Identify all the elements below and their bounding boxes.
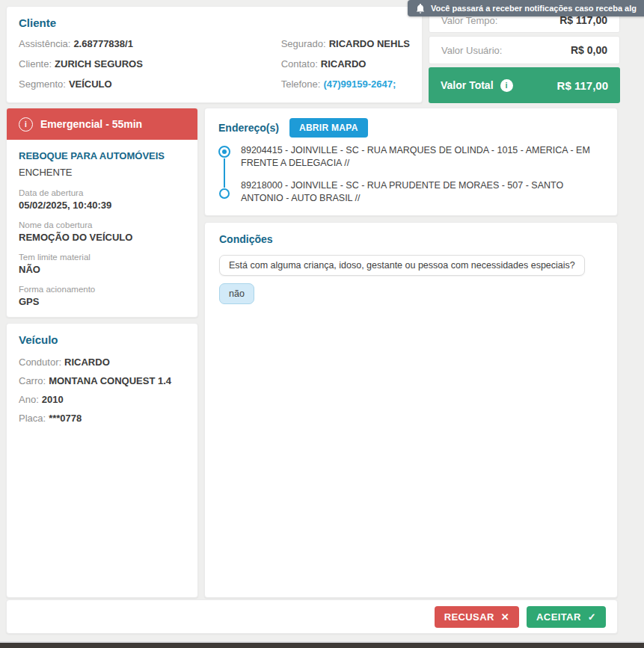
emergencial-banner: i Emergencial - 55min [7, 108, 197, 140]
address-item: 89218000 - JOINVILLE - SC - RUA PRUDENTE… [241, 179, 596, 205]
enderecos-title: Endereço(s) [218, 122, 279, 134]
window-bottom-bar [0, 643, 644, 648]
valor-total-label: Valor Total [441, 79, 494, 91]
valor-total-row: Valor Total i R$ 117,00 [429, 67, 620, 103]
detail-cobertura: Nome da cobertura REMOÇÃO DO VEÍCULO [19, 220, 185, 243]
cliente-fields-left: Assistência:2.68777838/1 Cliente:ZURICH … [19, 34, 281, 94]
info-icon: i [19, 117, 33, 132]
aceitar-label: ACEITAR [536, 611, 581, 623]
field-condutor: Condutor:RICARDO [19, 353, 185, 371]
origin-radio-selected[interactable] [218, 146, 230, 158]
address-item: 89204415 - JOINVILLE - SC - RUA MARQUES … [241, 144, 596, 170]
timeline-connector [224, 158, 225, 188]
toast-text: Você passará a receber notificações caso… [431, 4, 637, 13]
servico-subtitulo: ENCHENTE [19, 167, 185, 178]
field-segurado: Segurado:RICARDO NEHLS [281, 34, 410, 54]
bell-icon [416, 4, 425, 13]
condicao-pergunta: Está com alguma criança, idoso, gestante… [219, 255, 585, 276]
cliente-fields: Assistência:2.68777838/1 Cliente:ZURICH … [19, 34, 410, 94]
check-icon: ✓ [588, 611, 596, 623]
field-telefone: Telefone:(47)99159-2647; [281, 74, 410, 94]
enderecos-timeline: 89204415 - JOINVILLE - SC - RUA MARQUES … [218, 144, 604, 205]
condicao-resposta: não [219, 283, 254, 304]
field-assistencia: Assistência:2.68777838/1 [19, 34, 281, 54]
emergencial-label: Emergencial - 55min [40, 118, 142, 130]
veiculo-title: Veículo [19, 333, 185, 346]
detail-data-abertura: Data de abertura 05/02/2025, 10:40:39 [19, 188, 185, 211]
cliente-fields-right: Segurado:RICARDO NEHLS Contato:RICARDO T… [281, 34, 410, 94]
destination-radio[interactable] [219, 188, 230, 199]
field-ano: Ano:2010 [19, 390, 185, 409]
cliente-title: Cliente [19, 16, 410, 29]
detail-limite-material: Tem limite material NÃO [19, 253, 185, 275]
close-icon: ✕ [501, 611, 509, 623]
condicoes-card: Condições Está com alguma criança, idoso… [204, 222, 618, 598]
notification-toast[interactable]: Você passará a receber notificações caso… [408, 0, 644, 16]
servico-body: REBOQUE PARA AUTOMÓVEIS ENCHENTE Data de… [7, 140, 197, 327]
phone-link[interactable]: (47)99159-2647; [323, 78, 396, 90]
cliente-card: Cliente Assistência:2.68777838/1 Cliente… [6, 6, 423, 103]
servico-titulo: REBOQUE PARA AUTOMÓVEIS [19, 150, 185, 161]
actions-footer: RECUSAR ✕ ACEITAR ✓ [6, 599, 618, 634]
recusar-label: RECUSAR [444, 611, 494, 623]
veiculo-card: Veículo Condutor:RICARDO Carro:MONTANA C… [6, 323, 198, 598]
abrir-mapa-button[interactable]: ABRIR MAPA [289, 118, 368, 138]
valor-usuario-row: Valor Usuário: R$ 0,00 [429, 36, 620, 64]
enderecos-header: Endereço(s) ABRIR MAPA [218, 118, 604, 138]
info-icon[interactable]: i [500, 79, 513, 92]
enderecos-card: Endereço(s) ABRIR MAPA 89204415 - JOINVI… [204, 108, 618, 216]
veiculo-fields: Condutor:RICARDO Carro:MONTANA CONQUEST … [19, 353, 185, 428]
field-placa: Placa:***0778 [19, 409, 185, 428]
valor-total-value: R$ 117,00 [557, 79, 608, 92]
field-contato: Contato:RICARDO [281, 54, 410, 74]
field-cliente: Cliente:ZURICH SEGUROS [19, 54, 281, 74]
field-segmento: Segmento:VEÍCULO [19, 74, 281, 94]
field-carro: Carro:MONTANA CONQUEST 1.4 [19, 371, 185, 390]
detail-forma-acionamento: Forma acionamento GPS [19, 285, 185, 307]
recusar-button[interactable]: RECUSAR ✕ [435, 606, 519, 628]
servico-card: i Emergencial - 55min REBOQUE PARA AUTOM… [6, 108, 198, 318]
condicoes-title: Condições [219, 233, 603, 245]
aceitar-button[interactable]: ACEITAR ✓ [527, 606, 606, 628]
